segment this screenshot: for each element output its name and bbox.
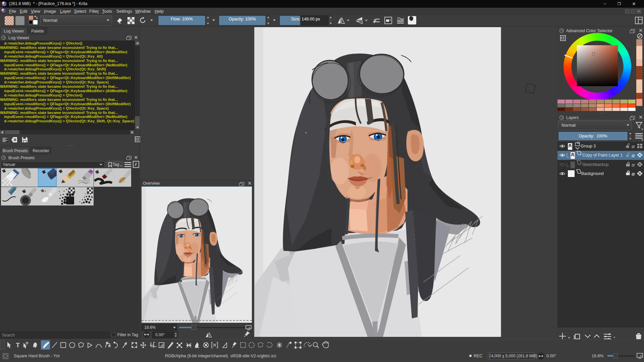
svg-text:T: T [16,342,20,349]
